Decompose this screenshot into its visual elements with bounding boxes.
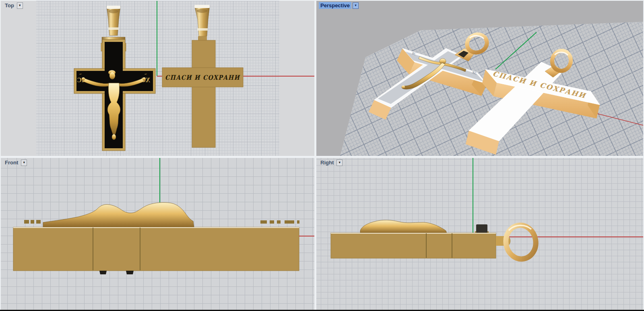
bail-highlight	[107, 6, 120, 9]
viewport-title-label[interactable]: Front	[3, 159, 20, 166]
viewport-dropdown-button[interactable]: ▾	[21, 160, 27, 166]
viewport-dropdown-button[interactable]: ▾	[336, 160, 343, 166]
chevron-down-icon: ▾	[23, 161, 25, 164]
cross-vertical-beam	[192, 40, 215, 147]
top-view-canvas: ІНЦІ ІС ~ ХС ~	[1, 1, 314, 156]
pendant-front-top-view[interactable]: ІНЦІ ІС ~ ХС ~	[74, 6, 155, 151]
pendant-side-profile[interactable]	[13, 203, 299, 274]
cross-slab-edge	[331, 233, 496, 258]
front-view-canvas	[1, 158, 314, 310]
pendant-back-perspective[interactable]: СПАСИ И СОХРАНИ	[466, 49, 600, 155]
slab-seam	[140, 228, 140, 270]
viewport-perspective[interactable]: ІС ХС	[316, 1, 643, 156]
viewport-right[interactable]: Right ▾	[316, 158, 643, 310]
viewport-title-front[interactable]: Front ▾	[3, 159, 27, 166]
slab-seam	[426, 233, 427, 258]
slab-seam	[93, 228, 93, 270]
bail-band	[197, 28, 208, 31]
pendant-front-perspective[interactable]: ІС ХС	[369, 32, 489, 120]
slab-top-highlight	[13, 227, 299, 228]
viewport-front[interactable]: Front ▾	[1, 158, 314, 310]
title-plaque-edge	[476, 224, 487, 233]
pendant-side-profile[interactable]	[331, 220, 496, 258]
pendant-back-top-view[interactable]: СПАСИ И СОХРАНИ	[162, 5, 243, 147]
viewport-top[interactable]: ІНЦІ ІС ~ ХС ~	[1, 1, 314, 156]
foot-peg	[126, 271, 134, 274]
monogram-xc-diacritic: ~	[144, 72, 147, 77]
right-view-canvas	[316, 158, 643, 310]
viewport-title-label[interactable]: Top	[3, 2, 16, 9]
chevron-down-icon: ▾	[339, 161, 341, 164]
crucifix-figure-profile	[360, 220, 447, 233]
chevron-down-icon: ▾	[19, 4, 21, 7]
y-axis-line	[495, 32, 537, 69]
viewport-title-right[interactable]: Right ▾	[319, 159, 343, 166]
bail-side-view[interactable]	[496, 223, 539, 261]
foot-peg	[99, 271, 107, 274]
viewport-dropdown-button[interactable]: ▾	[353, 2, 359, 9]
bail-band	[108, 27, 119, 30]
slab-seam	[452, 233, 452, 258]
chevron-down-icon: ▾	[355, 4, 357, 7]
viewport-title-top[interactable]: Top ▾	[3, 2, 23, 9]
back-engraving-text: СПАСИ И СОХРАНИ	[165, 74, 240, 81]
viewport-title-perspective[interactable]: Perspective ▾	[319, 2, 359, 9]
bail-opening	[109, 9, 118, 13]
cad-four-viewport-workspace: ІНЦІ ІС ~ ХС ~	[0, 0, 644, 311]
slab-top-highlight	[331, 233, 496, 234]
monogram-ic-diacritic: ~	[79, 72, 82, 77]
viewport-title-label[interactable]: Right	[319, 159, 335, 166]
viewport-title-label[interactable]: Perspective	[319, 2, 351, 9]
viewport-dropdown-button[interactable]: ▾	[17, 2, 23, 9]
cross-slab-edge	[13, 227, 299, 271]
bail-highlight	[194, 5, 210, 8]
bail-opening	[197, 9, 207, 13]
crucifix-figure-profile	[43, 203, 194, 228]
perspective-canvas: ІС ХС	[316, 1, 643, 156]
